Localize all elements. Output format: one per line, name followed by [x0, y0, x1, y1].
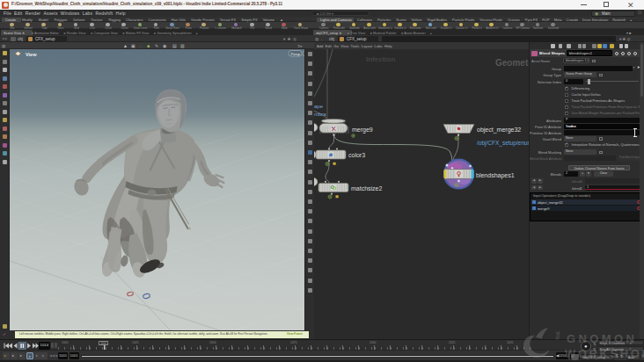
svg-text:Geometry: Geometry	[495, 58, 529, 68]
svg-text:merge9: merge9	[352, 127, 373, 134]
svg-text:object_merge32: object_merge32	[477, 127, 521, 134]
svg-text:mbra: mbra	[314, 112, 326, 117]
svg-text:ape: ape	[314, 104, 324, 109]
svg-text:blendshapes1: blendshapes1	[476, 172, 515, 179]
svg-text:color3: color3	[348, 152, 365, 158]
svg-text:Infection: Infection	[366, 55, 395, 63]
svg-text:Persp: Persp	[291, 52, 301, 56]
svg-text:View: View	[26, 52, 37, 57]
svg-text:matchsize2: matchsize2	[351, 185, 383, 192]
svg-text:/obj/CFX_setup/enume: /obj/CFX_setup/enume	[477, 140, 529, 147]
